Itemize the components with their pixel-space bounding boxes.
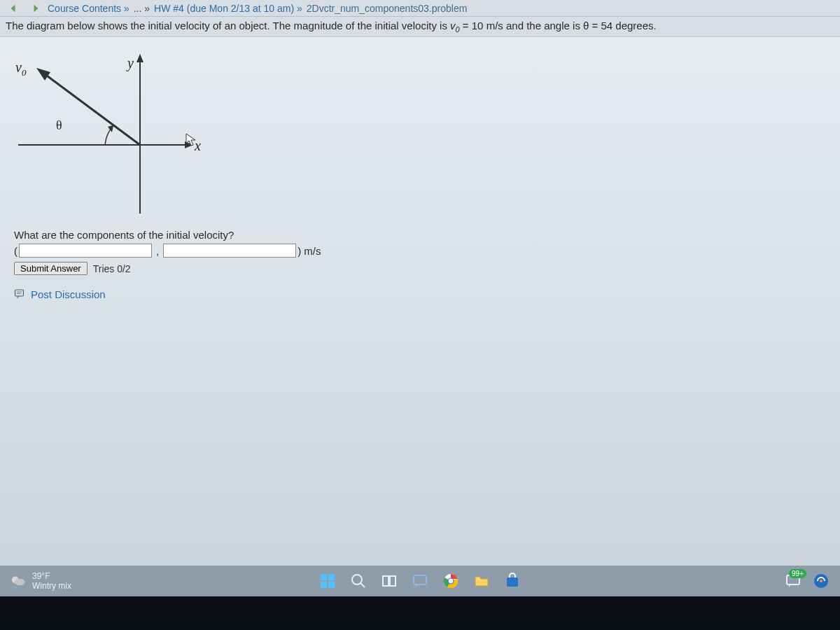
svg-point-32 <box>820 580 822 582</box>
taskbar-right: 99+ <box>784 572 830 590</box>
submit-answer-button[interactable]: Submit Answer <box>14 262 88 275</box>
content-area: y x v0 θ What are the components of the … <box>0 37 840 309</box>
vy-input[interactable] <box>163 244 296 258</box>
post-discussion-link[interactable]: Post Discussion <box>31 288 106 300</box>
svg-rect-17 <box>321 574 327 580</box>
tray-app-icon[interactable] <box>812 572 830 590</box>
crumb-hw[interactable]: HW #4 (due Mon 2/13 at 10 am) » <box>154 3 302 14</box>
svg-line-22 <box>360 583 365 587</box>
svg-line-14 <box>12 587 13 589</box>
breadcrumb-bar: Course Contents » ... » HW #4 (due Mon 2… <box>0 0 840 17</box>
vector-diagram: y x v0 θ <box>14 51 210 219</box>
svg-rect-20 <box>328 582 335 588</box>
windows-taskbar: 39°F Wintry mix 99+ <box>0 566 840 596</box>
tries-counter: Tries 0/2 <box>93 263 131 274</box>
discussion-icon <box>14 288 27 300</box>
crumb-ellipsis: ... » <box>134 3 150 14</box>
axis-label-y: y <box>127 55 134 71</box>
nav-forward-button[interactable] <box>27 1 43 15</box>
taskbar-weather[interactable]: 39°F Wintry mix <box>8 571 71 591</box>
svg-marker-3 <box>136 54 144 62</box>
vector-svg <box>14 51 210 219</box>
submit-line: Submit Answer Tries 0/2 <box>14 262 826 275</box>
svg-point-28 <box>449 579 453 583</box>
svg-marker-7 <box>36 68 50 80</box>
crumb-current: 2Dvctr_num_components03.problem <box>307 3 468 14</box>
bezel <box>0 596 840 630</box>
problem-text-1: The diagram below shows the initial velo… <box>6 20 450 31</box>
axis-label-x: x <box>195 138 201 154</box>
notifications-badge: 99+ <box>789 569 806 578</box>
vx-input[interactable] <box>19 244 152 258</box>
svg-marker-1 <box>34 4 38 12</box>
svg-rect-24 <box>390 576 396 586</box>
svg-point-13 <box>15 579 25 586</box>
open-paren: ( <box>14 245 18 257</box>
task-view-icon[interactable] <box>380 572 398 590</box>
svg-line-15 <box>15 587 17 589</box>
svg-line-16 <box>19 587 20 589</box>
crumb-course-contents[interactable]: Course Contents » <box>48 3 130 14</box>
svg-rect-29 <box>507 578 518 587</box>
svg-point-21 <box>352 575 362 584</box>
start-button[interactable] <box>318 572 337 590</box>
svg-rect-9 <box>15 290 24 296</box>
problem-statement: The diagram below shows the initial velo… <box>0 17 840 37</box>
answer-line: ( , ) m/s <box>14 244 826 258</box>
svg-rect-19 <box>321 582 327 588</box>
svg-marker-0 <box>11 4 15 12</box>
notifications-icon[interactable]: 99+ <box>784 572 802 590</box>
chat-icon[interactable] <box>411 572 429 590</box>
store-icon[interactable] <box>503 572 522 590</box>
weather-temp: 39°F <box>32 571 71 581</box>
taskbar-center <box>318 572 522 590</box>
question-text: What are the components of the initial v… <box>14 229 826 241</box>
svg-rect-18 <box>328 574 335 580</box>
close-paren-unit: ) m/s <box>298 245 321 257</box>
weather-icon <box>8 572 27 590</box>
svg-rect-25 <box>414 575 426 584</box>
comma: , <box>156 245 159 257</box>
chrome-icon[interactable] <box>442 572 460 590</box>
nav-back-button[interactable] <box>6 1 22 15</box>
problem-text-2: = 10 m/s and the angle is θ = 54 degrees… <box>460 20 657 31</box>
svg-line-6 <box>42 72 140 145</box>
svg-rect-23 <box>383 576 388 586</box>
weather-condition: Wintry mix <box>32 581 71 591</box>
search-icon[interactable] <box>349 572 368 590</box>
angle-label-theta: θ <box>56 118 62 133</box>
file-explorer-icon[interactable] <box>472 572 491 590</box>
v0-symbol: v <box>450 20 456 31</box>
post-discussion-line: Post Discussion <box>14 288 826 300</box>
vector-label-v0: v0 <box>15 59 26 78</box>
